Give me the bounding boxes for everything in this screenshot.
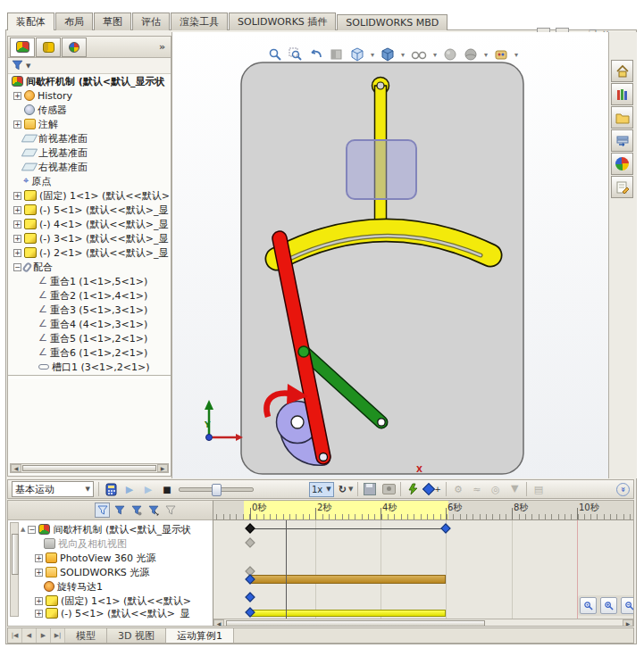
tab-3d-views[interactable]: 3D 视图 bbox=[107, 628, 166, 643]
tree-item-origin[interactable]: ⌖ 原点 bbox=[8, 174, 171, 188]
animation-wizard-button[interactable] bbox=[381, 481, 396, 497]
timeline-key-part1[interactable] bbox=[245, 592, 255, 602]
apply-scene-icon[interactable] bbox=[464, 47, 478, 62]
propertymanager-tab[interactable] bbox=[36, 37, 61, 57]
tree-item-annotations[interactable]: + 注解 bbox=[8, 117, 171, 131]
tab-sketch[interactable]: 草图 bbox=[94, 12, 131, 30]
stop-button[interactable]: ■ bbox=[160, 481, 174, 497]
playback-speed-select[interactable]: 1x ▼ bbox=[309, 482, 334, 497]
timeline-zoom-in-button[interactable] bbox=[600, 597, 617, 614]
add-key-button[interactable]: + bbox=[424, 481, 441, 497]
tree-item-mate2[interactable]: ∠ 重合2 (1<1>,4<1>) bbox=[8, 288, 171, 303]
hide-show-items-icon[interactable] bbox=[411, 47, 427, 62]
gravity-button[interactable]: ▲ bbox=[507, 481, 522, 497]
tree-item-mate3[interactable]: ∠ 重合3 (5<1>,3<1>) bbox=[8, 303, 171, 317]
timeline-hscrollbar[interactable]: ◀ ▶ bbox=[213, 619, 633, 627]
expand-toggle[interactable]: + bbox=[13, 249, 21, 257]
timeline-zoom-fit-button[interactable] bbox=[580, 597, 597, 614]
tree-item-part3[interactable]: + (-) 3<1> (默认<<默认>_显 bbox=[8, 231, 171, 245]
configurationmanager-tab[interactable] bbox=[62, 37, 87, 57]
tab-render-tools[interactable]: 渲染工具 bbox=[171, 12, 228, 30]
tab-layout[interactable]: 布局 bbox=[55, 12, 93, 30]
calculate-button[interactable] bbox=[104, 481, 118, 497]
filter-none-button[interactable] bbox=[95, 503, 110, 518]
scroll-left-icon[interactable]: ◀ bbox=[11, 464, 21, 472]
model-canvas[interactable] bbox=[171, 32, 609, 478]
expand-toggle[interactable]: − bbox=[13, 263, 21, 271]
dropdown-caret-icon[interactable]: ▾ bbox=[514, 51, 518, 59]
tab-mbd[interactable]: SOLIDWORKS MBD bbox=[337, 14, 447, 30]
expand-toggle[interactable]: + bbox=[35, 569, 43, 577]
tree-item-mate1[interactable]: ∠ 重合1 (1<1>,5<1>) bbox=[8, 274, 171, 288]
filter-animated-button[interactable] bbox=[112, 503, 127, 518]
tab-scroll-last-button[interactable]: ▶| bbox=[51, 628, 65, 643]
motion-tree-root[interactable]: ▲ − 间歇杆机制 (默认<默认_显示状 bbox=[8, 522, 224, 536]
spring-button[interactable]: ≈ bbox=[470, 481, 484, 497]
view-palette-button[interactable] bbox=[611, 129, 633, 152]
timeline-key-start[interactable] bbox=[245, 523, 255, 533]
motion-tree-camera-views[interactable]: 视向及相机视图 bbox=[8, 536, 247, 551]
tree-item-part2[interactable]: + (-) 2<1> (默认<<默认>_显 bbox=[8, 245, 171, 260]
tree-item-part4[interactable]: + (-) 4<1> (默认<<默认>_显 bbox=[8, 217, 171, 231]
motor-button[interactable]: ⚙ bbox=[451, 481, 465, 497]
zoom-fit-icon[interactable] bbox=[268, 47, 282, 62]
motion-tree-part5[interactable]: + (-) 5<1> (默认<<默认>_显 bbox=[8, 608, 238, 619]
tree-item-sensors[interactable]: 传感器 bbox=[8, 103, 171, 117]
dropdown-caret-icon[interactable]: ▾ bbox=[484, 51, 488, 59]
tree-item-mate6[interactable]: ∠ 重合6 (1<1>,2<1>) bbox=[8, 345, 171, 360]
tree-item-slot-mate[interactable]: 槽口1 (3<1>,2<1>) bbox=[8, 360, 171, 374]
tree-item-history[interactable]: + History bbox=[8, 88, 171, 103]
tree-item-part1[interactable]: + (固定) 1<1> (默认<<默认> bbox=[8, 188, 171, 203]
previous-view-icon[interactable] bbox=[309, 47, 323, 62]
timeline-playhead[interactable] bbox=[286, 520, 287, 619]
play-from-start-button[interactable]: ▶ bbox=[122, 481, 137, 497]
scrollbar-thumb[interactable] bbox=[22, 465, 156, 471]
timeline-key-end[interactable] bbox=[440, 523, 450, 533]
scrollbar-thumb[interactable] bbox=[12, 534, 19, 575]
tree-item-mates[interactable]: − 配合 bbox=[8, 260, 171, 274]
playback-mode-button[interactable]: ↻ ▼ bbox=[339, 481, 354, 497]
custom-properties-button[interactable] bbox=[611, 176, 633, 198]
expand-toggle[interactable]: + bbox=[35, 597, 43, 605]
scroll-left-icon[interactable]: ◀ bbox=[213, 619, 224, 627]
tab-assembly[interactable]: 装配体 bbox=[7, 12, 54, 30]
tab-scroll-first-button[interactable]: |◀ bbox=[8, 628, 22, 643]
dropdown-caret-icon[interactable]: ▾ bbox=[433, 51, 437, 59]
tree-item-mate5[interactable]: ∠ 重合5 (1<1>,2<1>) bbox=[8, 331, 171, 345]
motion-tree-rotary-motor[interactable]: 旋转马达1 bbox=[8, 579, 247, 594]
edit-appearance-icon[interactable] bbox=[443, 47, 457, 62]
design-library-button[interactable] bbox=[611, 83, 633, 105]
contact-button[interactable]: ◎ bbox=[489, 481, 503, 497]
motion-tree-solidworks-lights[interactable]: + SOLIDWORKS 光源 bbox=[8, 565, 238, 579]
filter-driving-button[interactable] bbox=[129, 503, 144, 518]
filter-caret-icon[interactable]: ▼ bbox=[26, 62, 30, 70]
expand-toggle[interactable]: + bbox=[13, 192, 21, 200]
play-button[interactable]: ▶ bbox=[141, 481, 155, 497]
timeline-ruler[interactable]: 0秒 2秒 4秒 6秒 8秒 10秒 bbox=[213, 501, 633, 520]
home-button[interactable] bbox=[611, 60, 633, 82]
tree-item-top-plane[interactable]: 上视基准面 bbox=[8, 145, 171, 160]
calculate-results-button[interactable] bbox=[406, 481, 420, 497]
scrollbar-thumb[interactable] bbox=[226, 620, 485, 627]
overflow-chevron-icon[interactable]: » bbox=[159, 41, 165, 53]
tree-item-front-plane[interactable]: 前视基准面 bbox=[8, 131, 171, 145]
tab-scroll-next-button[interactable]: ▶ bbox=[37, 628, 51, 643]
motion-tree-part1[interactable]: + (固定) 1<1> (默认<<默认> bbox=[8, 594, 238, 608]
collapse-triangle-icon[interactable]: ▲ bbox=[21, 526, 25, 533]
section-view-icon[interactable] bbox=[330, 47, 344, 62]
expand-toggle[interactable]: + bbox=[35, 610, 43, 618]
tab-motion-study-1[interactable]: 运动算例1 bbox=[166, 628, 234, 643]
dropdown-caret-icon[interactable]: ▾ bbox=[371, 51, 374, 59]
slider-thumb[interactable] bbox=[212, 484, 222, 496]
timeline-area[interactable] bbox=[213, 520, 633, 619]
timeline-zoom-out-button[interactable] bbox=[621, 597, 634, 614]
save-animation-button[interactable] bbox=[363, 481, 377, 497]
tree-item-right-plane[interactable]: 右视基准面 bbox=[8, 160, 171, 174]
expand-toggle[interactable]: + bbox=[13, 92, 21, 100]
tab-model[interactable]: 模型 bbox=[65, 628, 107, 643]
expand-toggle[interactable]: + bbox=[35, 554, 43, 562]
part-change-bar[interactable] bbox=[250, 610, 446, 617]
tab-evaluate[interactable]: 评估 bbox=[132, 12, 170, 30]
playback-position-slider[interactable] bbox=[179, 487, 254, 492]
collapse-motionmanager-button[interactable]: » bbox=[615, 481, 630, 497]
